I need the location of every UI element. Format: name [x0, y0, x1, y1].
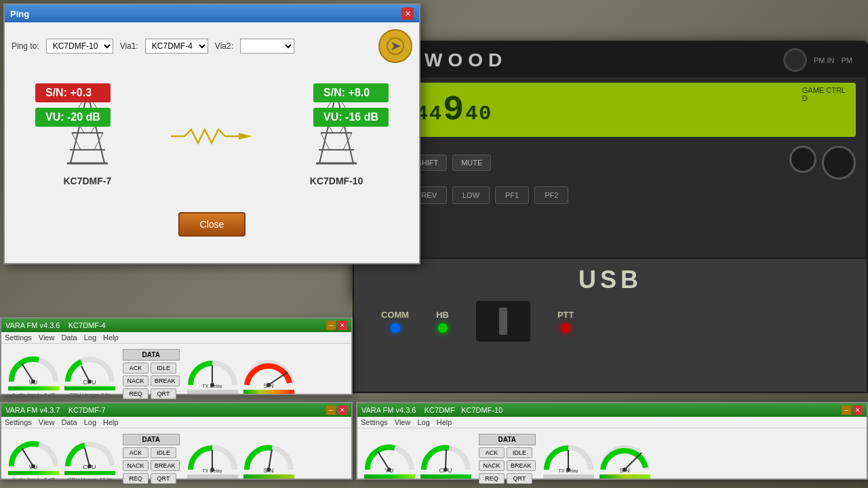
vara3-log-menu[interactable]: Log [417, 418, 429, 426]
vara1-cpu-sublabel: CPU Usage: 3 % [69, 392, 110, 398]
svg-line-11 [72, 133, 81, 150]
vara1-idle-button[interactable]: IDLE [151, 363, 176, 373]
vara1-txdelay-gauge-svg: TX Delay [187, 354, 238, 388]
vara2-vu-gauge: VU Audio Input: -6 dB [8, 436, 59, 483]
knob-1[interactable] [789, 146, 816, 173]
vara1-sn-gauge: S/N [243, 354, 294, 394]
vara3-help-menu[interactable]: Help [437, 418, 452, 426]
vara1-data-menu[interactable]: Data [61, 333, 77, 342]
vara2-req-button[interactable]: REQ [123, 473, 149, 484]
mute-button[interactable]: MUTE [452, 155, 491, 171]
vara1-nack-button[interactable]: NACK [123, 375, 149, 386]
vara2-cpu-gauge-svg: CPU [64, 436, 115, 470]
svg-line-27 [343, 133, 352, 150]
vara2-qrt-button[interactable]: QRT [151, 473, 176, 484]
vara1-ack-button[interactable]: ACK [123, 363, 149, 373]
vara2-idle-button[interactable]: IDLE [151, 447, 176, 458]
vara1-close-button[interactable]: ✕ [338, 321, 347, 330]
vara1-window-buttons: ─ ✕ [326, 321, 347, 330]
vol-knob[interactable] [822, 146, 856, 180]
vara3-view-menu[interactable]: View [395, 418, 411, 426]
vara2-nack-button[interactable]: NACK [123, 460, 149, 471]
low-button[interactable]: LOW [452, 186, 490, 204]
vara3-window-buttons: ─ ✕ [842, 405, 863, 415]
vara2-ack-button[interactable]: ACK [123, 447, 149, 458]
svg-line-26 [321, 133, 330, 150]
vara1-qrt-button[interactable]: QRT [151, 388, 176, 399]
vara3-ack-button[interactable]: ACK [479, 447, 505, 458]
right-tower-label: KC7DMF-10 [310, 176, 363, 186]
signal-line-area [171, 126, 252, 149]
vara3-titlebar: VARA FM v4.3.6 KC7DMF KC7DMF-10 ─ ✕ [357, 403, 867, 417]
ping-to-label: Ping to: [12, 41, 39, 51]
vu-right-badge: VU: -16 dB [313, 108, 389, 127]
tower-area: S/N: +0.3 VU: -20 dB [12, 70, 412, 205]
vara2-btn-row1: ACK IDLE [123, 447, 180, 458]
vara3-qrt-button[interactable]: QRT [507, 473, 532, 484]
vara3-minimize-button[interactable]: ─ [842, 405, 851, 415]
vara2-cpu-gauge: CPU CPU Usage: 10 % [64, 436, 115, 483]
vara3-data-panel: DATA ACK IDLE NACK BREAK REQ QRT [477, 432, 538, 486]
svg-text:CPU: CPU [83, 379, 96, 385]
vara2-settings-menu[interactable]: Settings [5, 418, 32, 426]
vara1-minimize-button[interactable]: ─ [326, 321, 336, 330]
vara1-settings-menu[interactable]: Settings [5, 333, 32, 342]
ping-to-select[interactable]: KC7DMF-10 [46, 39, 113, 54]
vara1-menubar: Settings View Data Log Help [1, 332, 351, 344]
vara3-sn-gauge-svg: S/N [599, 439, 650, 473]
vara2-view-menu[interactable]: View [39, 418, 55, 426]
svg-text:VU: VU [385, 467, 394, 473]
vara3-req-button[interactable]: REQ [479, 473, 505, 484]
vara1-txdelay-gauge: TX Delay [187, 354, 238, 394]
vara1-vu-bar [8, 386, 59, 390]
vara2-sn-gauge-svg: S/N [243, 439, 294, 473]
vara1-view-menu[interactable]: View [39, 333, 55, 342]
vara3-settings-menu[interactable]: Settings [361, 418, 388, 426]
vara3-txdelay-bar [543, 474, 594, 479]
svg-text:TX Delay: TX Delay [558, 468, 578, 473]
vara-window-3: VARA FM v4.3.6 KC7DMF KC7DMF-10 ─ ✕ Sett… [356, 402, 868, 480]
vara2-window-buttons: ─ ✕ [326, 405, 347, 415]
svg-text:VU: VU [29, 464, 38, 470]
vara2-break-button[interactable]: BREAK [151, 460, 180, 471]
vara3-break-button[interactable]: BREAK [507, 460, 536, 471]
vu-left-badge: VU: -20 dB [35, 108, 111, 127]
via2-select[interactable] [240, 39, 294, 54]
pf2-button[interactable]: PF2 [534, 186, 568, 204]
vara3-gauges: VU CPU DATA ACK IDLE NACK BREAK [357, 428, 867, 488]
vara3-vu-gauge: VU [364, 439, 415, 479]
vara2-btn-row2: NACK BREAK [123, 460, 180, 471]
vara1-req-button[interactable]: REQ [123, 388, 149, 399]
vara2-vu-gauge-svg: VU [8, 436, 59, 470]
hb-label: HB [436, 310, 449, 320]
vara1-btn-row3: REQ QRT [123, 388, 180, 399]
power-button[interactable] [783, 48, 807, 72]
ping-close-button[interactable]: ✕ [401, 7, 414, 20]
vara1-title: VARA FM v4.3.6 KC7DMF-4 [5, 321, 106, 329]
usb-indicators: COMM HB PTT [354, 294, 867, 348]
hb-led [438, 323, 448, 333]
vara2-help-menu[interactable]: Help [103, 418, 119, 426]
ping-close-bottom-button[interactable]: Close [178, 212, 246, 237]
right-signal-indicators: S/N: +8.0 VU: -16 dB [313, 83, 389, 127]
vara2-data-menu[interactable]: Data [61, 418, 77, 426]
vara2-minimize-button[interactable]: ─ [326, 405, 336, 415]
vara2-log-menu[interactable]: Log [84, 418, 96, 426]
vara1-data-header: DATA [123, 349, 180, 361]
vara1-break-button[interactable]: BREAK [151, 375, 180, 386]
ping-send-button[interactable] [378, 29, 412, 63]
vara1-help-menu[interactable]: Help [103, 333, 119, 342]
usb-label: USB [354, 259, 867, 294]
vara3-close-button[interactable]: ✕ [853, 405, 863, 415]
pf1-button[interactable]: PF1 [495, 186, 529, 204]
vara2-close-button[interactable]: ✕ [338, 405, 347, 415]
vara3-cpu-bar [420, 474, 471, 479]
vara3-nack-button[interactable]: NACK [479, 460, 505, 471]
via1-select[interactable]: KC7DMF-4 [145, 39, 208, 54]
vara1-sn-gauge-svg: S/N [243, 354, 294, 388]
vara2-title: VARA FM v4.3.7 KC7DMF-7 [5, 406, 106, 414]
vara3-idle-button[interactable]: IDLE [507, 447, 532, 458]
vara1-gauges: VU Audio Input: -6 dB CPU CPU Usage: 3 %… [1, 344, 351, 405]
kenwood-buttons-row1: T.SEL SHIFT MUTE [355, 142, 866, 183]
vara1-log-menu[interactable]: Log [84, 333, 96, 342]
